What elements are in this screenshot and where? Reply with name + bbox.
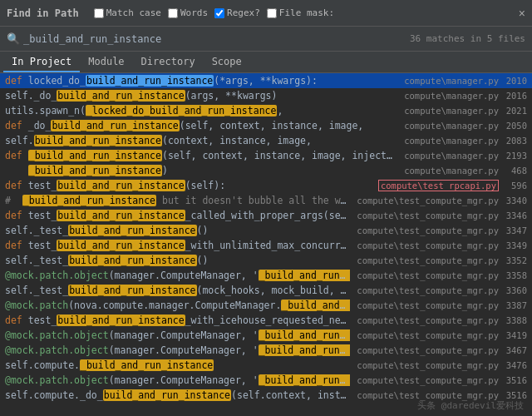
result-file: compute\manager.py	[399, 106, 499, 116]
result-line: 3346	[502, 210, 527, 220]
result-file: compute\manager.py	[399, 121, 499, 131]
table-row[interactable]: @mock.patch(nova.compute.manager.Compute…	[0, 298, 532, 313]
result-line: 2010	[502, 76, 527, 86]
result-line: 3516	[502, 375, 527, 385]
file-mask-input[interactable]	[267, 8, 277, 18]
result-file: compute\test_compute_mgr.py	[357, 390, 499, 400]
result-code: @mock.patch(nova.compute.manager.Compute…	[5, 300, 350, 311]
regex-checkbox[interactable]: Regex?	[214, 7, 260, 18]
result-line: 3387	[502, 300, 527, 310]
table-row[interactable]: def locked_do_build_and_run_instance(*ar…	[0, 73, 532, 88]
find-in-path-header: Find in Path Match case Words Regex? Fil…	[0, 0, 532, 27]
table-row[interactable]: self._do_build_and_run_instance(args, **…	[0, 88, 532, 103]
match-case-input[interactable]	[94, 8, 104, 18]
result-code: def _build_and_run_instance(self, contex…	[5, 150, 392, 161]
result-file: compute\manager.py	[399, 76, 499, 86]
result-file: compute\test_compute_mgr.py	[357, 196, 499, 206]
result-line: 596	[502, 181, 527, 191]
words-input[interactable]	[168, 8, 178, 18]
result-file: compute\test_compute_mgr.py	[357, 255, 499, 265]
table-row[interactable]: def _build_and_run_instance(self, contex…	[0, 148, 532, 163]
table-row[interactable]: def _do_build_and_run_instance(self, con…	[0, 118, 532, 133]
table-row[interactable]: def test_build_and_run_instance(self): c…	[0, 178, 532, 193]
result-code: def test_build_and_run_instance_called_w…	[5, 210, 350, 221]
result-code: _build_and_run_instance)	[5, 165, 392, 176]
regex-input[interactable]	[214, 8, 224, 18]
result-code: self._test_build_and_run_instance()	[5, 255, 350, 266]
result-code: self.compute._build_and_run_instance	[5, 359, 350, 371]
result-line: 468	[502, 166, 527, 176]
table-row[interactable]: self.compute._build_and_run_instance com…	[0, 358, 532, 373]
file-mask-checkbox[interactable]: File mask:	[267, 7, 334, 18]
words-checkbox[interactable]: Words	[168, 7, 208, 18]
result-file: compute\test_compute_mgr.py	[357, 225, 499, 235]
table-row[interactable]: self._test_build_and_run_instance() comp…	[0, 223, 532, 238]
tab-scope[interactable]: Scope	[204, 52, 250, 72]
result-code: def locked_do_build_and_run_instance(*ar…	[5, 75, 392, 87]
table-row[interactable]: @mock.patch.object(manager.ComputeManage…	[0, 328, 532, 343]
table-row[interactable]: self.build_and_run_instance(context, ins…	[0, 133, 532, 148]
table-row[interactable]: _build_and_run_instance) compute\manager…	[0, 163, 532, 178]
result-file: compute\test_compute_mgr.py	[357, 315, 499, 325]
result-code: @mock.patch.object(manager.ComputeManage…	[5, 329, 350, 341]
table-row[interactable]: def test_build_and_run_instance_with_ice…	[0, 313, 532, 328]
result-line: 3358	[502, 270, 527, 280]
result-code: def _do_build_and_run_instance(self, con…	[5, 120, 392, 131]
result-code: def test_build_and_run_instance(self):	[5, 180, 372, 191]
result-line: 2021	[502, 106, 527, 116]
result-code: utils.spawn_n(_locked_do_build_and_run_i…	[5, 105, 392, 116]
table-row[interactable]: self._test_build_and_run_instance() comp…	[0, 253, 532, 268]
table-row[interactable]: def test_build_and_run_instance_with_unl…	[0, 238, 532, 253]
result-code: def test_build_and_run_instance_with_ice…	[5, 314, 350, 326]
result-file: compute\manager.py	[399, 166, 499, 176]
result-line: 3419	[502, 330, 527, 340]
result-file: compute\test_compute_mgr.py	[357, 330, 499, 340]
match-count: 36 matches in 5 files	[410, 33, 525, 44]
result-code: self._test_build_and_run_instance()	[5, 225, 350, 236]
result-code: self.compute._do_build_and_run_instance(…	[5, 389, 350, 401]
result-code: @mock.patch.object(manager.ComputeManage…	[5, 270, 350, 281]
result-line: 3360	[502, 285, 527, 295]
table-row[interactable]: def test_build_and_run_instance_called_w…	[0, 208, 532, 223]
result-file: compute\manager.py	[399, 91, 499, 101]
tab-in-project[interactable]: In Project	[3, 52, 80, 72]
tab-module[interactable]: Module	[80, 52, 132, 72]
table-row[interactable]: utils.spawn_n(_locked_do_build_and_run_i…	[0, 103, 532, 118]
result-line: 2083	[502, 136, 527, 146]
table-row[interactable]: # _build_and_run_instance but it doesn't…	[0, 193, 532, 208]
result-line: 2016	[502, 91, 527, 101]
result-file: compute\test_compute_mgr.py	[357, 375, 499, 385]
search-input[interactable]	[23, 33, 410, 45]
result-file: compute\test_rpcapi.py	[378, 180, 499, 191]
table-row[interactable]: @mock.patch.object(manager.ComputeManage…	[0, 268, 532, 283]
result-line: 3340	[502, 196, 527, 206]
result-code: self._test_build_and_run_instance(mock_h…	[5, 285, 350, 296]
result-file: compute\test_compute_mgr.py	[357, 285, 499, 295]
result-line: 3352	[502, 255, 527, 265]
result-code: @mock.patch.object(manager.ComputeManage…	[5, 344, 350, 356]
result-code: # _build_and_run_instance but it doesn't…	[5, 195, 350, 206]
result-file: compute\test_compute_mgr.py	[357, 300, 499, 310]
result-file: compute\test_compute_mgr.py	[357, 240, 499, 250]
table-row[interactable]: self._test_build_and_run_instance(mock_h…	[0, 283, 532, 298]
match-case-checkbox[interactable]: Match case	[94, 7, 161, 18]
result-file: compute\manager.py	[399, 151, 499, 161]
dialog-title: Find in Path	[7, 7, 79, 19]
result-code: self._do_build_and_run_instance(args, **…	[5, 90, 392, 102]
result-line: 3516	[502, 390, 527, 400]
result-line: 3467	[502, 345, 527, 355]
result-file: compute\test_compute_mgr.py	[357, 345, 499, 355]
result-line: 3349	[502, 240, 527, 250]
table-row[interactable]: @mock.patch.object(manager.ComputeManage…	[0, 373, 532, 388]
result-line: 3347	[502, 225, 527, 235]
result-line: 3476	[502, 360, 527, 370]
close-button[interactable]: ×	[519, 7, 525, 20]
table-row[interactable]: @mock.patch.object(manager.ComputeManage…	[0, 343, 532, 358]
result-file: compute\test_compute_mgr.py	[357, 360, 499, 370]
result-code: self.build_and_run_instance(context, ins…	[5, 135, 392, 146]
tabs-bar: In Project Module Directory Scope	[0, 52, 532, 73]
results-list: def locked_do_build_and_run_instance(*ar…	[0, 73, 532, 416]
result-file: compute\test_compute_mgr.py	[357, 270, 499, 280]
result-file: compute\test_compute_mgr.py	[357, 210, 499, 220]
tab-directory[interactable]: Directory	[133, 52, 204, 72]
